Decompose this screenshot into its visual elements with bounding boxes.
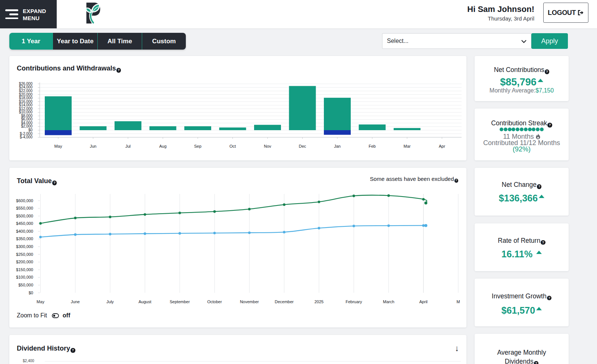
svg-text:Sep: Sep — [194, 144, 201, 148]
svg-text:October: October — [207, 299, 222, 304]
svg-text:$26,000: $26,000 — [19, 82, 33, 86]
svg-text:$12,000: $12,000 — [19, 107, 33, 111]
svg-text:$200,000: $200,000 — [16, 260, 33, 264]
svg-text:$150,000: $150,000 — [16, 267, 33, 272]
svg-text:Jul: Jul — [125, 144, 131, 148]
svg-text:$22,000: $22,000 — [19, 89, 33, 93]
svg-text:Apr: Apr — [439, 144, 445, 148]
svg-text:2025: 2025 — [315, 299, 323, 304]
svg-text:$10,000: $10,000 — [19, 110, 33, 114]
svg-text:$0: $0 — [28, 128, 33, 132]
svg-text:$18,000: $18,000 — [19, 96, 33, 100]
svg-text:Mar: Mar — [404, 144, 411, 148]
svg-text:$6,000: $6,000 — [21, 117, 32, 121]
svg-text:Aug: Aug — [159, 144, 167, 148]
svg-text:June: June — [71, 299, 80, 304]
svg-text:February: February — [346, 299, 362, 304]
svg-text:Jan: Jan — [334, 144, 341, 148]
svg-text:$-2,000: $-2,000 — [20, 132, 32, 136]
svg-text:$350,000: $350,000 — [16, 236, 33, 241]
svg-text:Feb: Feb — [369, 144, 376, 148]
svg-text:May: May — [37, 299, 44, 304]
svg-text:$16,000: $16,000 — [19, 100, 33, 104]
svg-text:Oct: Oct — [229, 144, 236, 148]
svg-text:$300,000: $300,000 — [16, 244, 33, 249]
svg-text:$20,000: $20,000 — [19, 92, 33, 97]
svg-text:$100,000: $100,000 — [16, 275, 33, 279]
svg-text:April: April — [419, 299, 428, 304]
svg-text:$500,000: $500,000 — [16, 214, 33, 218]
svg-text:December: December — [275, 299, 294, 304]
svg-text:$-4,000: $-4,000 — [20, 135, 32, 139]
svg-text:$8,000: $8,000 — [21, 114, 32, 118]
svg-text:$600,000: $600,000 — [16, 198, 33, 203]
svg-text:$250,000: $250,000 — [16, 252, 33, 257]
svg-text:$0: $0 — [29, 291, 33, 295]
svg-text:$24,000: $24,000 — [19, 85, 33, 89]
svg-text:March: March — [383, 299, 394, 304]
svg-text:$550,000: $550,000 — [16, 206, 33, 210]
svg-text:September: September — [170, 299, 190, 304]
svg-text:M: M — [457, 299, 460, 304]
svg-text:$14,000: $14,000 — [19, 103, 33, 107]
svg-text:August: August — [138, 299, 151, 304]
svg-text:$4,000: $4,000 — [21, 121, 32, 125]
svg-text:$2,000: $2,000 — [21, 124, 32, 128]
svg-text:Nov: Nov — [264, 144, 271, 148]
svg-text:$400,000: $400,000 — [16, 229, 33, 233]
svg-text:$450,000: $450,000 — [16, 221, 33, 226]
svg-text:$50,000: $50,000 — [18, 283, 33, 287]
svg-text:Jun: Jun — [90, 144, 97, 148]
svg-text:Dec: Dec — [299, 144, 306, 148]
svg-text:July: July — [106, 299, 114, 304]
svg-text:May: May — [54, 144, 62, 148]
svg-text:November: November — [240, 299, 259, 304]
